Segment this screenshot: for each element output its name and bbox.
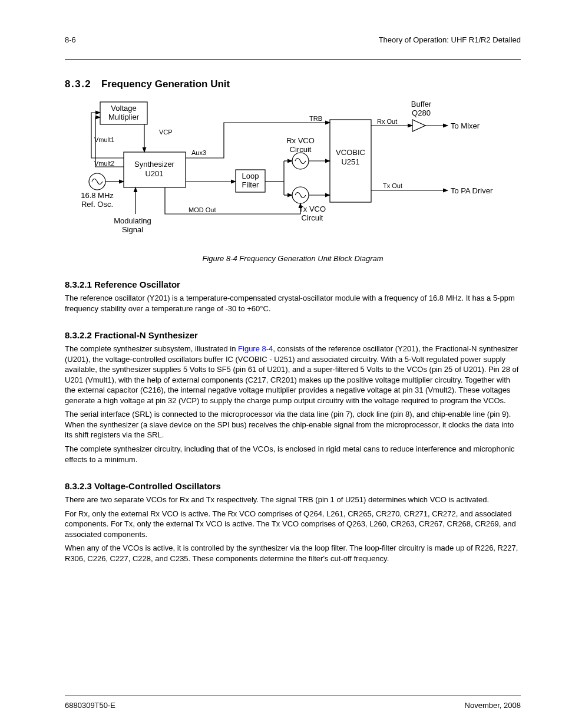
svg-text:Q280: Q280 — [412, 108, 431, 117]
block-diagram-svg: .bx { fill:#fff; stroke:#000; stroke-wid… — [65, 96, 513, 249]
doc-date: November, 2008 — [465, 701, 521, 710]
heading-8-3-2-2: 8.3.2.2 Fractional-N Synthesizer — [65, 330, 521, 340]
label-to-pa: To PA Driver — [451, 186, 493, 195]
figure-caption: Figure 8-4 Frequency Generation Unit Blo… — [65, 254, 521, 263]
svg-text:MOD Out: MOD Out — [189, 206, 216, 213]
link-figure-8-4[interactable]: Figure 8-4 — [238, 344, 273, 353]
svg-text:U201: U201 — [145, 169, 163, 178]
page-number: 8-6 — [65, 35, 76, 44]
label-tx-vco: Tx VCO — [299, 205, 326, 213]
heading-8-3-2: 8.3.2 Frequency Generation Unit — [65, 78, 521, 90]
para-synth-3: The complete synthesizer circuitry, incl… — [65, 444, 521, 465]
svg-text:VCP: VCP — [159, 129, 173, 136]
svg-text:TRB: TRB — [309, 115, 322, 122]
para-synth-1: The complete synthesizer subsystem, illu… — [65, 344, 521, 406]
para-vco-2: For Rx, only the external Rx VCO is acti… — [65, 509, 521, 540]
svg-text:Filter: Filter — [242, 180, 260, 189]
label-voltage-multiplier: Voltage — [111, 104, 136, 113]
svg-text:Vmult1: Vmult1 — [94, 136, 114, 143]
page-footer: 6880309T50-E November, 2008 — [65, 696, 521, 699]
svg-text:Aux3: Aux3 — [191, 149, 206, 156]
svg-text:Circuit: Circuit — [302, 213, 323, 222]
label-rx-vco: Rx VCO — [286, 136, 315, 145]
label-ref-osc: 16.8 MHz — [81, 191, 114, 200]
page-header: 8-6 Theory of Operation: UHF R1/R2 Detai… — [65, 35, 521, 60]
label-loop-filter: Loop — [242, 172, 259, 180]
section-title: Theory of Operation: UHF R1/R2 Detailed — [379, 35, 521, 44]
svg-text:Rx Out: Rx Out — [377, 118, 397, 125]
para-vco-3: When any of the VCOs is active, it is co… — [65, 543, 521, 564]
svg-text:Circuit: Circuit — [290, 145, 312, 154]
para-vco-1: There are two separate VCOs for Rx and T… — [65, 495, 521, 505]
svg-text:Vmult2: Vmult2 — [94, 160, 114, 167]
figure-8-4: .bx { fill:#fff; stroke:#000; stroke-wid… — [65, 96, 521, 263]
heading-8-3-2-1: 8.3.2.1 Reference Oscillator — [65, 279, 521, 289]
svg-text:Tx Out: Tx Out — [383, 182, 402, 189]
doc-number: 6880309T50-E — [65, 701, 115, 710]
label-to-mixer: To Mixer — [451, 121, 480, 130]
label-buffer: Buffer — [411, 100, 432, 108]
label-modulating: Modulating — [114, 216, 151, 225]
svg-text:Ref. Osc.: Ref. Osc. — [81, 200, 113, 209]
svg-text:U251: U251 — [341, 157, 359, 166]
para-ref-osc: The reference oscillator (Y201) is a tem… — [65, 293, 521, 314]
svg-text:Signal: Signal — [122, 225, 143, 234]
svg-text:Multiplier: Multiplier — [108, 113, 140, 121]
label-synthesizer: Synthesizer — [134, 160, 175, 169]
heading-8-3-2-3: 8.3.2.3 Voltage-Controlled Oscillators — [65, 481, 521, 491]
label-vcobic: VCOBIC — [336, 148, 365, 157]
para-synth-2: The serial interface (SRL) is connected … — [65, 409, 521, 440]
